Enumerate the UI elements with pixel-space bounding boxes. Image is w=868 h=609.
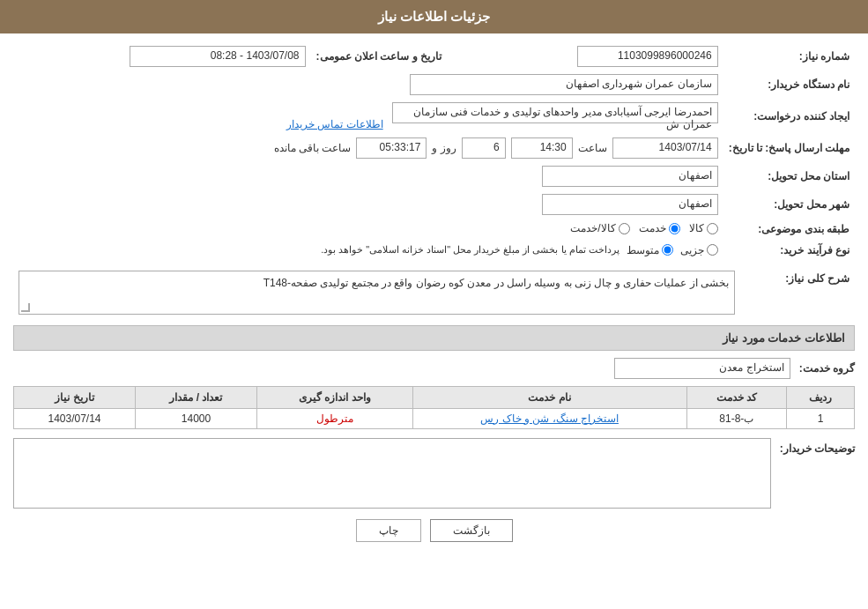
process-cell: جزیی متوسط پرداخت تمام یا بخشی از مبلغ خ… (13, 241, 723, 260)
cell-quantity: 14000 (136, 408, 257, 428)
services-table: ردیف کد خدمت نام خدمت واحد اندازه گیری ت… (13, 386, 855, 429)
category-goods-label: کالا (689, 222, 704, 234)
category-both-radio[interactable] (619, 223, 630, 234)
buyer-name-cell: سازمان عمران شهرداری اصفهان (13, 71, 723, 99)
service-info-section: گروه خدمت: استخراج معدن (13, 358, 855, 379)
category-goods-radio[interactable] (707, 223, 718, 234)
province-cell: اصفهان (13, 162, 723, 190)
announce-date-cell: 1403/07/08 - 08:28 (13, 42, 311, 71)
back-button[interactable]: بازگشت (430, 519, 513, 542)
category-service-radio[interactable] (669, 223, 680, 234)
response-deadline-label: مهلت ارسال پاسخ: تا تاریخ: (723, 134, 855, 162)
table-row: 1 ب-8-81 استخراج سنگ، شن و خاک رس مترطول… (14, 408, 855, 428)
process-medium-option[interactable]: متوسط (627, 244, 673, 256)
response-days-value: 6 (462, 137, 506, 159)
creator-contact-link[interactable]: اطلاعات تماس خریدار (286, 118, 383, 130)
creator-label: ایجاد کننده درخواست: (723, 99, 855, 134)
announce-date-value: 1403/07/08 - 08:28 (130, 46, 306, 67)
process-partial-radio[interactable] (707, 244, 718, 256)
print-button[interactable]: چاپ (356, 519, 421, 542)
category-service-label: خدمت (639, 222, 666, 234)
description-box: بخشی از عملیات حفاری و چال زنی به وسیله … (19, 271, 735, 315)
need-number-value: 1103099896000246 (577, 46, 718, 67)
services-section-title: اطلاعات خدمات مورد نیاز (13, 325, 855, 351)
response-remaining-value: 05:33:17 (356, 137, 427, 159)
category-both-option[interactable]: کالا/خدمت (570, 222, 629, 234)
need-number-label: شماره نیاز: (723, 42, 855, 71)
remaining-label: ساعت باقی مانده (274, 142, 352, 154)
th-code: کد خدمت (686, 386, 786, 408)
category-cell: کالا خدمت کالا/خدمت (13, 219, 723, 241)
page-title: جزئیات اطلاعات نیاز (378, 9, 490, 24)
cell-name[interactable]: استخراج سنگ، شن و خاک رس (412, 408, 686, 428)
response-deadline-cell: 1403/07/14 ساعت 14:30 6 روز و 05:33:17 س… (13, 134, 723, 162)
cell-unit: مترطول (256, 408, 412, 428)
description-label: شرح کلی نیاز: (740, 267, 855, 318)
city-cell: اصفهان (13, 190, 723, 219)
service-group-value: استخراج معدن (614, 358, 790, 379)
category-goods-option[interactable]: کالا (689, 222, 718, 234)
buyer-notes-textarea[interactable] (13, 438, 771, 509)
process-note: پرداخت تمام یا بخشی از مبلغ خریدار محل "… (321, 244, 619, 256)
th-row: ردیف (787, 386, 855, 408)
process-partial-option[interactable]: جزیی (680, 244, 718, 256)
province-label: استان محل تحویل: (723, 162, 855, 190)
days-label: روز و (432, 142, 456, 154)
description-table: شرح کلی نیاز: بخشی از عملیات حفاری و چال… (13, 267, 855, 318)
city-value: اصفهان (542, 194, 718, 215)
description-cell: بخشی از عملیات حفاری و چال زنی به وسیله … (13, 267, 740, 318)
page-header: جزئیات اطلاعات نیاز (0, 0, 868, 33)
creator-cell: احمدرضا ایرجی آسیابادی مدیر واحدهای تولی… (13, 99, 723, 134)
buyer-name-label: نام دستگاه خریدار: (723, 71, 855, 99)
category-service-option[interactable]: خدمت (639, 222, 680, 234)
th-date: تاریخ نیاز (14, 386, 136, 408)
response-time-value: 14:30 (511, 137, 573, 159)
th-unit: واحد اندازه گیری (256, 386, 412, 408)
announce-date-label: تاریخ و ساعت اعلان عمومی: (311, 42, 447, 71)
info-table: شماره نیاز: 1103099896000246 تاریخ و ساع… (13, 42, 855, 260)
need-number-cell: 1103099896000246 (482, 42, 723, 71)
th-name: نام خدمت (412, 386, 686, 408)
th-quantity: تعداد / مقدار (136, 386, 257, 408)
buyer-name-value: سازمان عمران شهرداری اصفهان (410, 74, 718, 95)
response-date-value: 1403/07/14 (612, 137, 718, 159)
cell-row: 1 (787, 408, 855, 428)
creator-value: احمدرضا ایرجی آسیابادی مدیر واحدهای تولی… (392, 102, 718, 123)
process-medium-label: متوسط (627, 244, 659, 256)
service-group-row: گروه خدمت: استخراج معدن (13, 358, 855, 379)
cell-code: ب-8-81 (686, 408, 786, 428)
city-label: شهر محل تحویل: (723, 190, 855, 219)
buyer-notes-section: توضیحات خریدار: (13, 438, 855, 509)
buttons-row: بازگشت چاپ (13, 519, 855, 542)
process-partial-label: جزیی (680, 244, 704, 256)
category-label: طبقه بندی موضوعی: (723, 219, 855, 241)
service-group-label: گروه خدمت: (799, 362, 855, 375)
category-both-label: کالا/خدمت (570, 222, 615, 234)
process-label: نوع فرآیند خرید: (723, 241, 855, 260)
buyer-notes-label: توضیحات خریدار: (780, 438, 855, 455)
description-value: بخشی از عملیات حفاری و چال زنی به وسیله … (263, 277, 729, 289)
province-value: اصفهان (542, 166, 718, 187)
time-label: ساعت (578, 142, 607, 154)
process-medium-radio[interactable] (662, 244, 673, 256)
resize-handle (21, 303, 30, 312)
cell-date: 1403/07/14 (14, 408, 136, 428)
